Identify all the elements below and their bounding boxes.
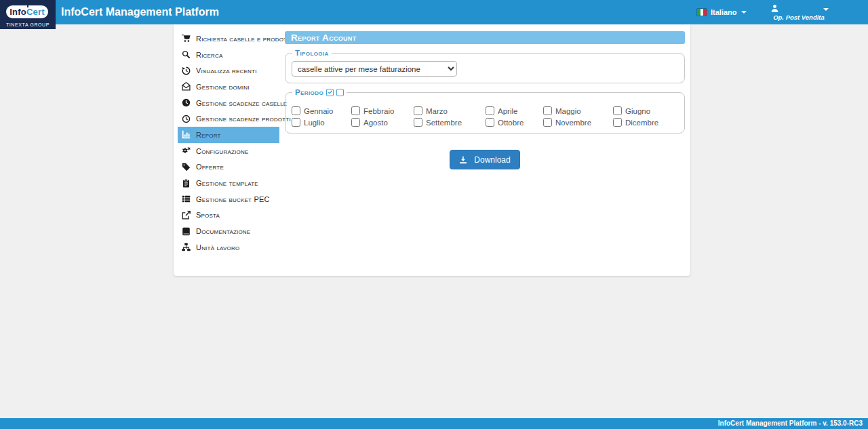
ottobre-checkbox[interactable]: [486, 118, 494, 127]
sidebar: Richiesta caselle e prodotti Ricerca Vis…: [178, 30, 279, 256]
sidebar-item-ricerca[interactable]: Ricerca: [178, 47, 279, 63]
month-checkbox-novembre[interactable]: Novembre: [543, 118, 613, 127]
book-icon: [182, 227, 191, 236]
novembre-checkbox[interactable]: [543, 118, 552, 127]
month-checkbox-marzo[interactable]: Marzo: [414, 106, 486, 115]
periodo-label: Periodo: [295, 88, 323, 96]
tipologia-select[interactable]: caselle attive per mese fatturazione: [292, 61, 457, 77]
sidebar-item-gestione-bucket-pec[interactable]: Gestione bucket PEC: [178, 191, 279, 207]
tipologia-fieldset: Tipologia caselle attive per mese fattur…: [285, 49, 685, 83]
sidebar-item-gestione-scadenze-caselle[interactable]: Gestione scadenze caselle: [178, 95, 279, 111]
sidebar-item-visualizza-recenti[interactable]: Visualizza recenti: [178, 62, 279, 79]
user-icon: [770, 3, 779, 12]
month-checkbox-luglio[interactable]: Luglio: [292, 118, 351, 127]
app-title: InfoCert Management Platform: [61, 0, 219, 24]
sidebar-item-documentazione[interactable]: Documentazione: [178, 223, 279, 239]
move-icon: [182, 211, 191, 220]
sidebar-item-gestione-scadenze-prodotti[interactable]: Gestione scadenze prodotti: [178, 110, 279, 127]
month-checkbox-ottobre[interactable]: Ottobre: [486, 118, 543, 127]
gears-icon: [182, 146, 191, 155]
language-label: Italiano: [711, 8, 737, 16]
aprile-checkbox[interactable]: [486, 106, 494, 115]
download-icon: [459, 156, 467, 164]
panel-title: Report Account: [285, 31, 685, 44]
luglio-checkbox[interactable]: [292, 118, 300, 127]
month-checkbox-settembre[interactable]: Settembre: [414, 118, 486, 127]
agosto-checkbox[interactable]: [351, 118, 360, 127]
infocert-logo: InfoCert: [4, 3, 50, 20]
caret-down-icon: [823, 8, 829, 11]
cart-icon: [182, 34, 191, 43]
version-text: InfoCert Management Platform - v. 153.0-…: [718, 420, 863, 427]
list-icon: [182, 195, 191, 203]
clock-outline-icon: [182, 115, 191, 123]
sidebar-item-report[interactable]: Report: [178, 127, 279, 143]
month-checkbox-dicembre[interactable]: Dicembre: [613, 118, 678, 127]
sidebar-item-sposta[interactable]: Sposta: [178, 207, 279, 224]
logo-text-info: Info: [9, 7, 26, 17]
user-role-label: Op. Post Vendita: [765, 14, 833, 21]
sidebar-item-unita-lavoro[interactable]: Unità lavoro: [178, 239, 279, 256]
italian-flag-icon: [697, 9, 707, 16]
report-panel: Report Account Tipologia caselle attive …: [285, 31, 685, 169]
giugno-checkbox[interactable]: [613, 106, 622, 115]
caret-down-icon: [741, 11, 747, 14]
settembre-checkbox[interactable]: [414, 118, 422, 127]
clipboard-icon: [182, 179, 191, 188]
logo-subtitle: TINEXTA GROUP: [0, 22, 56, 27]
logo: InfoCert TINEXTA GROUP: [0, 0, 56, 29]
sidebar-item-gestione-domini[interactable]: Gestione domini: [178, 79, 279, 95]
sitemap-icon: [182, 243, 191, 251]
envelope-icon: [182, 82, 191, 91]
febbraio-checkbox[interactable]: [351, 106, 360, 115]
content-card: Richiesta caselle e prodotti Ricerca Vis…: [174, 24, 690, 276]
language-selector[interactable]: Italiano: [697, 5, 747, 19]
app-footer: InfoCert Management Platform - v. 153.0-…: [0, 418, 868, 429]
sidebar-item-configurazione[interactable]: Configurazione: [178, 143, 279, 159]
month-checkbox-gennaio[interactable]: Gennaio: [292, 106, 351, 115]
month-checkbox-agosto[interactable]: Agosto: [351, 118, 414, 127]
marzo-checkbox[interactable]: [414, 106, 422, 115]
dicembre-checkbox[interactable]: [613, 118, 622, 127]
download-row: Download: [285, 150, 685, 169]
months-grid: Gennaio Febbraio Marzo Aprile Maggio Giu…: [292, 106, 678, 127]
history-icon: [182, 66, 191, 75]
search-icon: [182, 50, 191, 59]
month-checkbox-aprile[interactable]: Aprile: [486, 106, 543, 115]
sidebar-item-gestione-template[interactable]: Gestione template: [178, 175, 279, 191]
month-checkbox-giugno[interactable]: Giugno: [613, 106, 678, 115]
tipologia-label: Tipologia: [292, 49, 332, 57]
download-button[interactable]: Download: [450, 150, 519, 169]
user-menu[interactable]: Op. Post Vendita: [765, 1, 833, 23]
tag-icon: [182, 163, 191, 171]
bar-chart-icon: [182, 130, 191, 139]
sidebar-item-offerte[interactable]: Offerte: [178, 159, 279, 176]
month-checkbox-febbraio[interactable]: Febbraio: [351, 106, 414, 115]
periodo-fieldset: Periodo Gennaio Febbraio Marzo Aprile Ma…: [285, 88, 685, 134]
checkbox-checked-icon[interactable]: [326, 89, 334, 96]
app-header: InfoCert Management Platform Italiano Op…: [0, 0, 868, 24]
gennaio-checkbox[interactable]: [292, 106, 300, 115]
sidebar-item-richiesta-caselle-e-prodotti[interactable]: Richiesta caselle e prodotti: [178, 30, 279, 47]
checkbox-empty-icon[interactable]: [336, 89, 344, 96]
logo-text-cert: Cert: [26, 7, 45, 17]
clock-filled-icon: [182, 98, 191, 107]
maggio-checkbox[interactable]: [543, 106, 552, 115]
month-checkbox-maggio[interactable]: Maggio: [543, 106, 613, 115]
